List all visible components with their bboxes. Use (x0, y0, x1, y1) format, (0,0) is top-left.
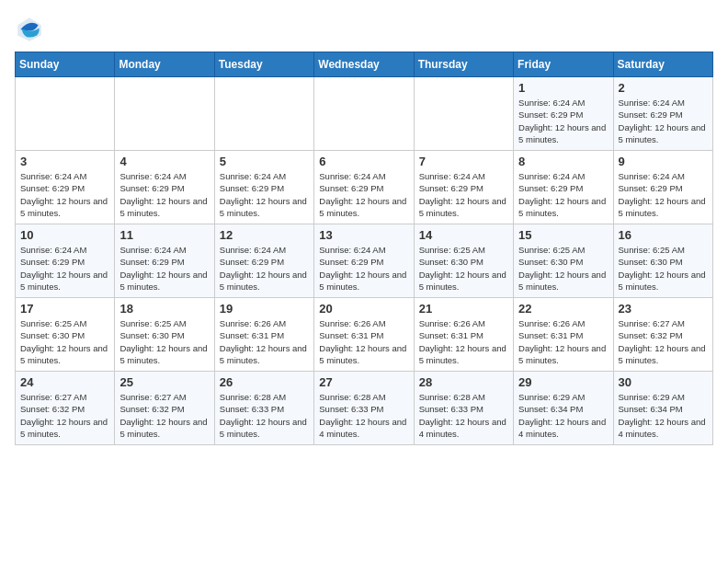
logo-icon (15, 15, 44, 44)
calendar-weekday-sunday: Sunday (16, 52, 115, 77)
calendar-cell: 6Sunrise: 6:24 AM Sunset: 6:29 PM Daylig… (314, 151, 414, 224)
day-number: 16 (619, 228, 708, 242)
calendar-cell: 22Sunrise: 6:26 AM Sunset: 6:31 PM Dayli… (514, 298, 613, 372)
calendar-weekday-thursday: Thursday (414, 52, 513, 77)
calendar-cell (16, 77, 115, 151)
day-info: Sunrise: 6:24 AM Sunset: 6:29 PM Dayligh… (518, 97, 608, 145)
calendar-cell: 11Sunrise: 6:24 AM Sunset: 6:29 PM Dayli… (115, 224, 214, 298)
day-number: 3 (20, 155, 109, 168)
calendar-cell: 12Sunrise: 6:24 AM Sunset: 6:29 PM Dayli… (214, 224, 313, 298)
calendar-weekday-monday: Monday (115, 52, 214, 77)
day-number: 5 (220, 155, 309, 168)
day-info: Sunrise: 6:24 AM Sunset: 6:29 PM Dayligh… (419, 170, 508, 219)
calendar-cell: 21Sunrise: 6:26 AM Sunset: 6:31 PM Dayli… (414, 298, 513, 372)
day-info: Sunrise: 6:24 AM Sunset: 6:29 PM Dayligh… (518, 170, 608, 219)
calendar-cell: 9Sunrise: 6:24 AM Sunset: 6:29 PM Daylig… (613, 151, 712, 224)
day-info: Sunrise: 6:28 AM Sunset: 6:33 PM Dayligh… (319, 391, 408, 440)
day-number: 21 (419, 302, 508, 316)
calendar-week-row: 24Sunrise: 6:27 AM Sunset: 6:32 PM Dayli… (16, 372, 713, 445)
day-info: Sunrise: 6:24 AM Sunset: 6:29 PM Dayligh… (619, 170, 708, 219)
calendar-weekday-friday: Friday (514, 52, 613, 77)
day-number: 12 (220, 228, 309, 242)
day-number: 11 (119, 228, 209, 242)
day-info: Sunrise: 6:24 AM Sunset: 6:29 PM Dayligh… (220, 244, 309, 293)
day-number: 7 (419, 155, 508, 168)
day-info: Sunrise: 6:25 AM Sunset: 6:30 PM Dayligh… (518, 244, 608, 293)
day-number: 19 (220, 302, 309, 316)
calendar-weekday-saturday: Saturday (613, 52, 712, 77)
day-info: Sunrise: 6:28 AM Sunset: 6:33 PM Dayligh… (419, 391, 508, 440)
day-info: Sunrise: 6:27 AM Sunset: 6:32 PM Dayligh… (619, 317, 708, 366)
day-info: Sunrise: 6:26 AM Sunset: 6:31 PM Dayligh… (319, 317, 408, 366)
calendar-header-row: SundayMondayTuesdayWednesdayThursdayFrid… (16, 52, 713, 77)
calendar-cell (214, 77, 313, 151)
day-info: Sunrise: 6:27 AM Sunset: 6:32 PM Dayligh… (20, 391, 109, 440)
day-info: Sunrise: 6:24 AM Sunset: 6:29 PM Dayligh… (619, 97, 708, 145)
day-number: 22 (518, 302, 608, 316)
calendar-week-row: 10Sunrise: 6:24 AM Sunset: 6:29 PM Dayli… (16, 224, 713, 298)
calendar-cell: 3Sunrise: 6:24 AM Sunset: 6:29 PM Daylig… (16, 151, 115, 224)
calendar-cell: 4Sunrise: 6:24 AM Sunset: 6:29 PM Daylig… (115, 151, 214, 224)
calendar-cell: 8Sunrise: 6:24 AM Sunset: 6:29 PM Daylig… (514, 151, 613, 224)
day-info: Sunrise: 6:25 AM Sunset: 6:30 PM Dayligh… (20, 317, 109, 366)
calendar-cell: 16Sunrise: 6:25 AM Sunset: 6:30 PM Dayli… (613, 224, 712, 298)
calendar-cell: 15Sunrise: 6:25 AM Sunset: 6:30 PM Dayli… (514, 224, 613, 298)
calendar-weekday-wednesday: Wednesday (314, 52, 414, 77)
calendar-cell (414, 77, 513, 151)
calendar-cell: 27Sunrise: 6:28 AM Sunset: 6:33 PM Dayli… (314, 372, 414, 445)
day-info: Sunrise: 6:24 AM Sunset: 6:29 PM Dayligh… (20, 244, 109, 293)
calendar-cell: 13Sunrise: 6:24 AM Sunset: 6:29 PM Dayli… (314, 224, 414, 298)
day-number: 10 (20, 228, 109, 242)
calendar-cell: 14Sunrise: 6:25 AM Sunset: 6:30 PM Dayli… (414, 224, 513, 298)
day-number: 20 (319, 302, 408, 316)
calendar-cell: 2Sunrise: 6:24 AM Sunset: 6:29 PM Daylig… (613, 77, 712, 151)
calendar-cell (314, 77, 414, 151)
day-number: 2 (619, 81, 708, 95)
calendar-cell: 18Sunrise: 6:25 AM Sunset: 6:30 PM Dayli… (115, 298, 214, 372)
day-info: Sunrise: 6:24 AM Sunset: 6:29 PM Dayligh… (220, 170, 309, 219)
day-number: 4 (119, 155, 209, 168)
calendar-cell: 28Sunrise: 6:28 AM Sunset: 6:33 PM Dayli… (414, 372, 513, 445)
calendar-cell: 30Sunrise: 6:29 AM Sunset: 6:34 PM Dayli… (613, 372, 712, 445)
day-number: 1 (518, 81, 608, 95)
day-number: 13 (319, 228, 408, 242)
page-header (15, 15, 713, 44)
calendar-table: SundayMondayTuesdayWednesdayThursdayFrid… (15, 52, 713, 445)
day-number: 9 (619, 155, 708, 168)
calendar-cell: 5Sunrise: 6:24 AM Sunset: 6:29 PM Daylig… (214, 151, 313, 224)
calendar-cell: 7Sunrise: 6:24 AM Sunset: 6:29 PM Daylig… (414, 151, 513, 224)
day-info: Sunrise: 6:28 AM Sunset: 6:33 PM Dayligh… (220, 391, 309, 440)
calendar-cell: 19Sunrise: 6:26 AM Sunset: 6:31 PM Dayli… (214, 298, 313, 372)
day-number: 24 (20, 375, 109, 389)
day-info: Sunrise: 6:24 AM Sunset: 6:29 PM Dayligh… (20, 170, 109, 219)
day-info: Sunrise: 6:29 AM Sunset: 6:34 PM Dayligh… (619, 391, 708, 440)
calendar-cell: 10Sunrise: 6:24 AM Sunset: 6:29 PM Dayli… (16, 224, 115, 298)
day-info: Sunrise: 6:24 AM Sunset: 6:29 PM Dayligh… (119, 244, 209, 293)
calendar-body: 1Sunrise: 6:24 AM Sunset: 6:29 PM Daylig… (16, 77, 713, 445)
calendar-cell (115, 77, 214, 151)
day-number: 8 (518, 155, 608, 168)
calendar-cell: 25Sunrise: 6:27 AM Sunset: 6:32 PM Dayli… (115, 372, 214, 445)
calendar-cell: 1Sunrise: 6:24 AM Sunset: 6:29 PM Daylig… (514, 77, 613, 151)
day-number: 15 (518, 228, 608, 242)
day-info: Sunrise: 6:26 AM Sunset: 6:31 PM Dayligh… (419, 317, 508, 366)
calendar-week-row: 3Sunrise: 6:24 AM Sunset: 6:29 PM Daylig… (16, 151, 713, 224)
day-number: 17 (20, 302, 109, 316)
day-number: 25 (119, 375, 209, 389)
day-number: 29 (518, 375, 608, 389)
day-number: 18 (119, 302, 209, 316)
day-info: Sunrise: 6:24 AM Sunset: 6:29 PM Dayligh… (319, 244, 408, 293)
day-info: Sunrise: 6:26 AM Sunset: 6:31 PM Dayligh… (220, 317, 309, 366)
day-info: Sunrise: 6:24 AM Sunset: 6:29 PM Dayligh… (119, 170, 209, 219)
day-info: Sunrise: 6:25 AM Sunset: 6:30 PM Dayligh… (119, 317, 209, 366)
calendar-cell: 23Sunrise: 6:27 AM Sunset: 6:32 PM Dayli… (613, 298, 712, 372)
logo (15, 15, 48, 44)
calendar-cell: 20Sunrise: 6:26 AM Sunset: 6:31 PM Dayli… (314, 298, 414, 372)
calendar-week-row: 1Sunrise: 6:24 AM Sunset: 6:29 PM Daylig… (16, 77, 713, 151)
day-info: Sunrise: 6:27 AM Sunset: 6:32 PM Dayligh… (119, 391, 209, 440)
calendar-week-row: 17Sunrise: 6:25 AM Sunset: 6:30 PM Dayli… (16, 298, 713, 372)
day-info: Sunrise: 6:25 AM Sunset: 6:30 PM Dayligh… (419, 244, 508, 293)
day-number: 6 (319, 155, 408, 168)
day-number: 30 (619, 375, 708, 389)
day-number: 14 (419, 228, 508, 242)
